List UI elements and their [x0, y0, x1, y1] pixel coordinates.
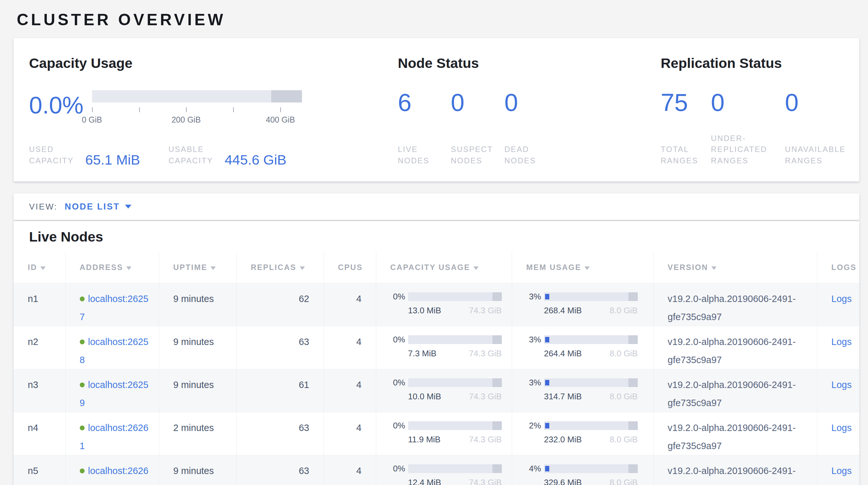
stat-value: 6: [398, 90, 451, 115]
meter-percent-label: 0%: [391, 378, 405, 388]
meter-values: 12.4 MiB74.3 GiB: [408, 478, 502, 485]
stat-value: 0: [711, 90, 785, 115]
meter-bar: [544, 378, 638, 387]
column-header-id[interactable]: ID: [13, 252, 65, 283]
capacity-usage-meter: 0%: [391, 378, 512, 388]
meter-total-value: 8.0 GiB: [610, 306, 638, 316]
node-address-link[interactable]: localhost:26261: [80, 423, 149, 451]
node-replicas-cell: 63: [237, 326, 323, 369]
meter-bar-fill: [545, 337, 549, 342]
node-uptime-cell: 9 minutes: [159, 283, 237, 326]
meter-used-value: 11.9 MiB: [408, 434, 441, 445]
meter-used-value: 13.0 MiB: [408, 306, 441, 316]
table-header-row: IDADDRESSUPTIMEREPLICASCPUSCAPACITY USAG…: [13, 252, 859, 283]
node-row: n5localhost:262629 minutes6340%12.4 MiB7…: [13, 455, 859, 485]
view-bar: VIEW: NODE LIST: [13, 193, 859, 220]
axis-tick: [92, 107, 93, 112]
meter-used-value: 264.4 MiB: [544, 348, 582, 359]
used-capacity-stat: USED CAPACITY 65.1 MiB: [29, 144, 140, 167]
logs-link[interactable]: Logs: [832, 337, 852, 347]
mem-usage-meter: 2%: [526, 421, 653, 431]
view-selector-dropdown[interactable]: NODE LIST: [65, 202, 131, 212]
meter-bar: [408, 335, 502, 344]
node-version: v19.2.0-alpha.20190606-2491-gfe735c9a97: [668, 462, 811, 485]
node-uptime-cell: 9 minutes: [159, 455, 237, 485]
node-cpus-cell: 4: [323, 455, 376, 485]
meter-values: 232.0 MiB8.0 GiB: [544, 434, 638, 445]
axis-tick-label: 200 GiB: [172, 115, 200, 124]
node-uptime-cell: 9 minutes: [159, 369, 237, 412]
node-address-link[interactable]: localhost:26258: [80, 337, 149, 365]
view-selected-value: NODE LIST: [65, 202, 120, 212]
replication-status-section: Replication Status 75TOTAL RANGES0UNDER-…: [661, 56, 855, 167]
node-address-cell: localhost:26258: [65, 326, 159, 369]
meter-bar-fill: [545, 294, 549, 299]
meter-percent-label: 3%: [526, 292, 541, 302]
node-cpus-cell: 4: [323, 369, 376, 412]
node-address-cell: localhost:26257: [65, 283, 159, 326]
node-replicas-cell: 63: [237, 412, 323, 455]
stat-value: 0: [504, 90, 547, 115]
replication-status-stat: 0UNDER-REPLICATED RANGES: [711, 90, 785, 167]
node-id-cell: n4: [13, 412, 65, 455]
column-header-version[interactable]: VERSION: [653, 252, 817, 283]
logs-link[interactable]: Logs: [832, 293, 852, 304]
node-uptime-cell: 2 minutes: [159, 412, 237, 455]
capacity-usage-meter: 0%: [391, 292, 512, 302]
meter-bar-dark-segment: [628, 464, 638, 473]
meter-total-value: 74.3 GiB: [469, 434, 501, 445]
node-address: localhost:26261: [80, 419, 151, 455]
meter-values: 268.4 MiB8.0 GiB: [544, 306, 638, 316]
node-cpus-cell: 4: [323, 412, 376, 455]
usable-capacity-label: USABLE CAPACITY: [168, 144, 218, 167]
meter-total-value: 74.3 GiB: [469, 306, 501, 316]
logs-link[interactable]: Logs: [832, 423, 852, 433]
column-header-label: ID: [28, 263, 37, 272]
column-header-address[interactable]: ADDRESS: [65, 252, 159, 283]
capacity-usage-section: Capacity Usage 0.0% 0 GiB200 GiB400 GiB …: [29, 56, 398, 167]
node-replicas-cell: 61: [237, 369, 323, 412]
column-header-label: CPUS: [338, 263, 363, 272]
logs-link[interactable]: Logs: [832, 379, 852, 390]
usable-capacity-value: 445.6 GiB: [225, 153, 286, 167]
live-status-dot-icon: [80, 340, 85, 344]
capacity-usage-cell: 0%7.3 MiB74.3 GiB: [376, 326, 512, 369]
column-header-capacity[interactable]: CAPACITY USAGE: [376, 252, 512, 283]
sort-arrow-icon: [300, 266, 305, 270]
column-header-replicas[interactable]: REPLICAS: [237, 252, 323, 283]
meter-percent-label: 4%: [526, 464, 541, 474]
live-nodes-heading: Live Nodes: [13, 221, 859, 252]
node-status-stat: 6LIVE NODES: [398, 90, 451, 167]
node-address-link[interactable]: localhost:26257: [80, 293, 149, 322]
node-version-cell: v19.2.0-alpha.20190606-2491-gfe735c9a97: [653, 326, 817, 369]
node-id-cell: n1: [13, 283, 65, 326]
node-id-cell: n2: [13, 326, 65, 369]
capacity-usage-meter: 0%: [391, 421, 512, 431]
live-status-dot-icon: [80, 426, 85, 430]
sort-arrow-icon: [473, 266, 478, 270]
column-header-logs: LOGS: [817, 252, 859, 283]
node-replicas-cell: 63: [237, 455, 323, 485]
node-cpus-cell: 4: [323, 283, 376, 326]
node-replicas-cell: 62: [237, 283, 323, 326]
node-address-link[interactable]: localhost:26259: [80, 379, 149, 408]
node-address: localhost:26259: [80, 376, 151, 412]
used-capacity-label: USED CAPACITY: [29, 144, 78, 167]
meter-percent-label: 0%: [391, 464, 405, 474]
stat-label: LIVE NODES: [398, 144, 440, 167]
column-header-label: ADDRESS: [80, 263, 123, 272]
node-status-heading: Node Status: [398, 56, 661, 70]
replication-status-stat: 0UNAVAILABLE RANGES: [785, 90, 855, 167]
capacity-usage-bar: [92, 90, 302, 103]
usable-capacity-stat: USABLE CAPACITY 445.6 GiB: [168, 144, 286, 167]
meter-bar: [408, 464, 502, 473]
node-cpus-cell: 4: [323, 326, 376, 369]
node-address-link[interactable]: localhost:26262: [80, 465, 149, 485]
meter-bar: [408, 378, 502, 387]
column-header-uptime[interactable]: UPTIME: [159, 252, 237, 283]
mem-usage-cell: 2%232.0 MiB8.0 GiB: [512, 412, 653, 455]
column-header-memory[interactable]: MEM USAGE: [512, 252, 653, 283]
logs-link[interactable]: Logs: [832, 465, 852, 476]
column-header-label: VERSION: [668, 263, 709, 272]
node-status-section: Node Status 6LIVE NODES0SUSPECT NODES0DE…: [398, 56, 661, 167]
